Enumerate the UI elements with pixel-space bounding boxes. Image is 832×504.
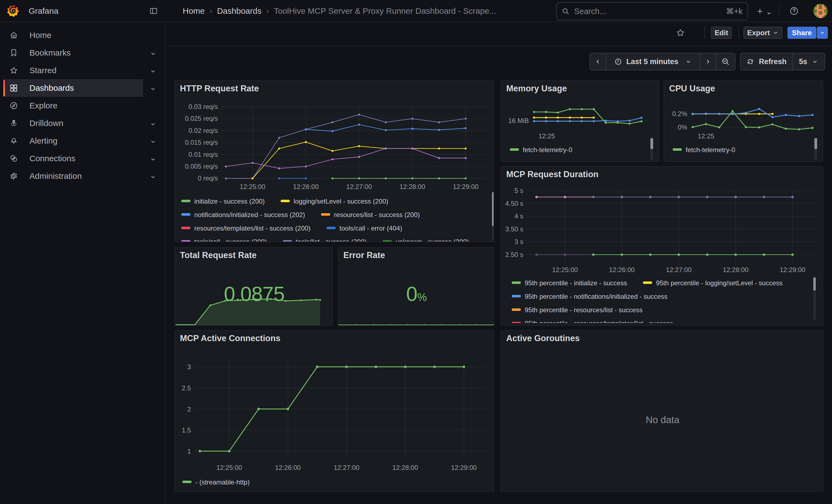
svg-text:12:26:00: 12:26:00: [293, 183, 319, 190]
svg-text:12:28:00: 12:28:00: [392, 464, 418, 471]
svg-text:4.50 s: 4.50 s: [505, 200, 523, 207]
svg-text:0.015 req/s: 0.015 req/s: [185, 139, 218, 146]
svg-text:1: 1: [187, 448, 191, 455]
svg-text:0.025 req/s: 0.025 req/s: [185, 115, 218, 122]
svg-text:3 s: 3 s: [515, 238, 523, 245]
svg-text:12:26:00: 12:26:00: [275, 464, 301, 471]
svg-text:12:25:00: 12:25:00: [552, 266, 578, 273]
svg-text:2.50 s: 2.50 s: [505, 251, 523, 258]
svg-text:4 s: 4 s: [515, 212, 523, 220]
svg-text:0.2%: 0.2%: [672, 110, 687, 117]
svg-text:1.5: 1.5: [182, 426, 191, 434]
svg-text:12:25: 12:25: [698, 132, 714, 140]
svg-text:0%: 0%: [678, 124, 687, 131]
svg-text:16 MiB: 16 MiB: [508, 117, 529, 124]
svg-text:0.03 req/s: 0.03 req/s: [188, 103, 218, 110]
svg-text:12:25:00: 12:25:00: [240, 183, 265, 190]
svg-text:12:26:00: 12:26:00: [609, 266, 634, 273]
svg-text:0.005 req/s: 0.005 req/s: [185, 163, 218, 170]
svg-text:5 s: 5 s: [515, 187, 523, 194]
svg-text:12:29:00: 12:29:00: [453, 183, 478, 190]
svg-text:12:27:00: 12:27:00: [334, 464, 359, 471]
svg-text:12:29:00: 12:29:00: [451, 464, 476, 471]
svg-text:12:28:00: 12:28:00: [723, 266, 748, 273]
svg-text:3.50 s: 3.50 s: [505, 225, 523, 233]
svg-text:12:27:00: 12:27:00: [346, 183, 372, 190]
svg-text:12:25: 12:25: [539, 132, 555, 140]
svg-text:12:27:00: 12:27:00: [666, 266, 692, 273]
svg-text:0.02 req/s: 0.02 req/s: [188, 127, 218, 134]
svg-text:3: 3: [187, 363, 191, 371]
svg-text:12:25:00: 12:25:00: [216, 464, 242, 471]
svg-text:2: 2: [187, 405, 191, 413]
svg-text:12:29:00: 12:29:00: [780, 266, 805, 273]
svg-text:0.01 req/s: 0.01 req/s: [188, 151, 218, 158]
svg-text:2.5: 2.5: [182, 384, 191, 392]
svg-text:0 req/s: 0 req/s: [198, 175, 218, 182]
svg-text:12:28:00: 12:28:00: [399, 183, 425, 190]
